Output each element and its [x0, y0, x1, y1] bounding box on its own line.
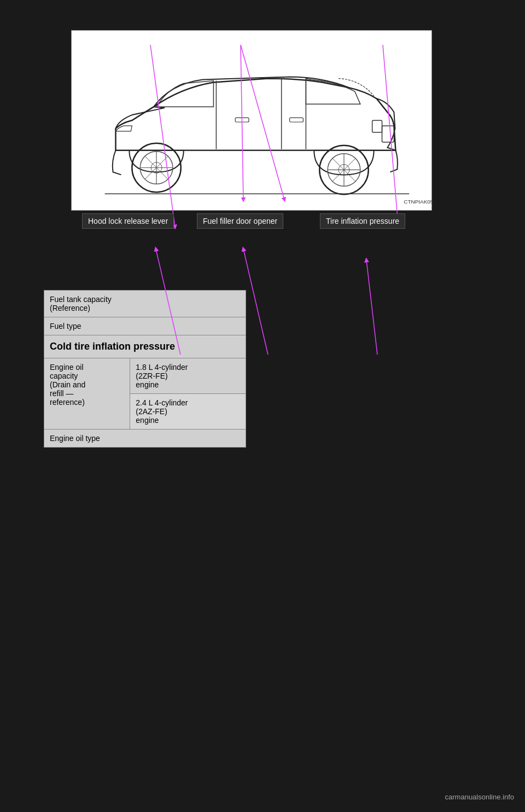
- cold-tire-header-cell: Cold tire inflation pressure: [44, 335, 246, 358]
- spec-table: Fuel tank capacity (Reference) Fuel type…: [44, 290, 246, 448]
- page: Auxiliary catch lever Trunk opener Fuel …: [0, 0, 525, 812]
- engine-2-cell: 2.4 L 4-cylinder (2AZ-FE) engine: [130, 394, 246, 430]
- bottom-labels-row: Hood lock release lever Fuel filler door…: [71, 213, 432, 235]
- svg-line-29: [243, 249, 268, 355]
- fuel-type-cell: Fuel type: [44, 317, 246, 335]
- car-diagram: CTNPIAK055: [71, 30, 432, 211]
- table-row-engine-oil-1: Engine oil capacity (Drain and refill — …: [44, 358, 246, 394]
- table-row-engine-oil-type: Engine oil type: [44, 430, 246, 448]
- fuel-tank-capacity-cell: Fuel tank capacity (Reference): [44, 291, 246, 317]
- engine-oil-type-cell: Engine oil type: [44, 430, 246, 448]
- label-hood-lock-release-lever: Hood lock release lever: [82, 213, 174, 229]
- engine-oil-capacity-cell: Engine oil capacity (Drain and refill — …: [44, 358, 130, 430]
- table-row-fuel-tank: Fuel tank capacity (Reference): [44, 291, 246, 317]
- car-svg: CTNPIAK055: [72, 31, 431, 210]
- label-tire-inflation-pressure: Tire inflation pressure: [320, 213, 405, 229]
- svg-text:CTNPIAK055: CTNPIAK055: [404, 199, 431, 205]
- spec-table-section: Fuel tank capacity (Reference) Fuel type…: [44, 290, 246, 448]
- svg-line-30: [366, 260, 377, 355]
- watermark: carmanualsonline.info: [445, 793, 514, 801]
- label-fuel-filler-door-opener: Fuel filler door opener: [197, 213, 283, 229]
- table-row-fuel-type: Fuel type: [44, 317, 246, 335]
- engine-1-cell: 1.8 L 4-cylinder (2ZR-FE) engine: [130, 358, 246, 394]
- table-row-cold-tire: Cold tire inflation pressure: [44, 335, 246, 358]
- diagram-wrapper: Auxiliary catch lever Trunk opener Fuel …: [71, 30, 454, 235]
